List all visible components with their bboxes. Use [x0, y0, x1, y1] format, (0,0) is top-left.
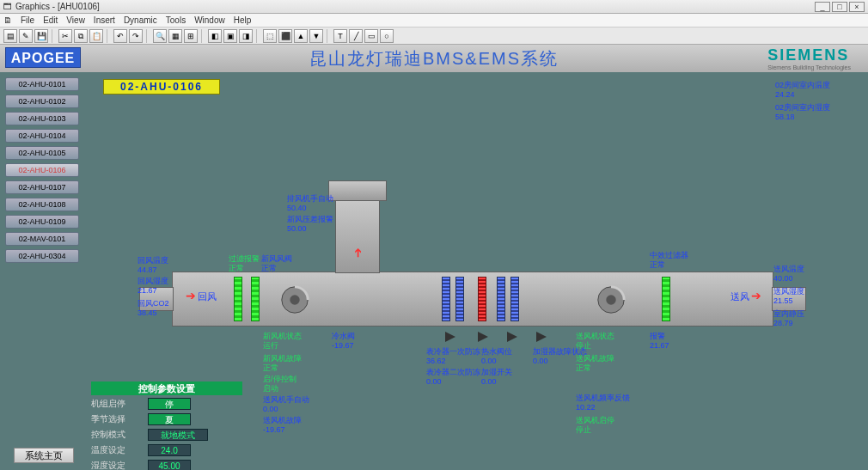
hum-valve-icon	[507, 332, 517, 342]
menu-tools[interactable]: Tools	[166, 15, 186, 25]
panel-val-startstop[interactable]: 停	[148, 398, 191, 410]
page-title: 昆山龙灯瑞迪BMS&EMS系统	[0, 47, 868, 70]
menu-dynamic[interactable]: Dynamic	[124, 15, 157, 25]
tb-undo[interactable]: ↶	[113, 29, 127, 43]
tb-save[interactable]: 💾	[34, 29, 48, 43]
tb-ungroup[interactable]: ⬛	[278, 29, 292, 43]
panel-val-mode[interactable]: 就地模式	[148, 429, 208, 441]
maximize-button[interactable]: □	[832, 2, 847, 12]
prefilter2-icon	[251, 277, 260, 321]
svg-point-1	[290, 295, 299, 304]
nav-ahu-0102[interactable]: 02-AHU-0102	[5, 95, 79, 108]
tb-open[interactable]: ✎	[19, 29, 33, 43]
svg-point-3	[606, 295, 615, 304]
hv-label: 热水阀位0.00	[481, 347, 512, 366]
sidebar-nav: 02-AHU-0101 02-AHU-0102 02-AHU-0103 02-A…	[5, 77, 79, 263]
supply-air-text: 送风	[730, 292, 749, 302]
nav-ahu-0104[interactable]: 02-AHU-0104	[5, 129, 79, 143]
menu-window[interactable]: Window	[194, 15, 225, 25]
workspace: APOGEE 昆山龙灯瑞迪BMS&EMS系统 SIEMENS Siemens B…	[0, 45, 868, 470]
panel-header: 控制参数设置	[91, 381, 242, 395]
apogee-logo: APOGEE	[5, 47, 81, 68]
tb-rect[interactable]: ▭	[364, 29, 378, 43]
nav-mav-0101[interactable]: 02-MAV-0101	[5, 232, 79, 246]
sa-hum: 送风湿度21.55	[773, 287, 804, 306]
hot-valve-icon	[478, 332, 488, 342]
tb-align-r[interactable]: ◨	[239, 29, 253, 43]
return-fan-icon	[278, 284, 311, 316]
tb-back[interactable]: ▼	[309, 29, 323, 43]
tb-paste[interactable]: 📋	[89, 29, 103, 43]
nav-ahu-0106[interactable]: 02-AHU-0106	[5, 163, 79, 177]
tb-copy[interactable]: ⧉	[74, 29, 88, 43]
hum-valve2-icon	[536, 332, 547, 342]
main-duct	[172, 272, 773, 327]
sa-temp: 送风温度40.00	[773, 265, 804, 284]
nav-ahu-0107[interactable]: 02-AHU-0107	[5, 180, 79, 194]
rf-cmd: 启/停控制启动	[263, 375, 296, 394]
panel-row-temp: 温度设定24.0	[91, 443, 242, 457]
tb-align-l[interactable]: ◧	[208, 29, 222, 43]
svg-marker-7	[536, 332, 547, 342]
menu-file[interactable]: File	[21, 15, 34, 25]
tb-grid[interactable]: ▦	[168, 29, 182, 43]
menu-edit[interactable]: Edit	[43, 15, 58, 25]
svg-marker-6	[507, 332, 517, 342]
rf-fault: 新风机故障正常	[263, 354, 302, 373]
siemens-logo: SIEMENS Siemens Building Technologies	[767, 46, 851, 70]
filter1-label: 过滤报警正常	[229, 254, 260, 273]
exh-p-label: 新风压差报警50.00	[287, 215, 333, 234]
control-panel: 控制参数设置 机组启停停 季节选择夏 控制模式就地模式 温度设定24.0 湿度设…	[91, 381, 242, 470]
tb-text[interactable]: T	[333, 29, 347, 43]
panel-row-hum: 湿度设定45.00	[91, 459, 242, 470]
exh-label: 排风机手自动50.40	[287, 194, 333, 213]
window-title: Graphics - [AHU0106]	[15, 2, 100, 11]
tb-cut[interactable]: ✂	[58, 29, 72, 43]
home-button[interactable]: 系统主页	[14, 448, 74, 463]
nav-ahu-0108[interactable]: 02-AHU-0108	[5, 198, 79, 211]
return-air-text: 回风	[198, 292, 217, 302]
schematic-canvas: 02-AHU-0106 02房间室内温度24.24 02房间室内湿度58.18 …	[86, 74, 865, 467]
minimize-button[interactable]: _	[815, 2, 830, 12]
tb-new[interactable]: ▤	[3, 29, 17, 43]
svg-marker-5	[478, 332, 488, 342]
panel-row-mode: 控制模式就地模式	[91, 428, 242, 442]
safilter-label: 报警21.67	[650, 332, 669, 351]
nav-ahu-0101[interactable]: 02-AHU-0101	[5, 77, 79, 91]
tb-group[interactable]: ⬚	[263, 29, 277, 43]
nav-ahu-0109[interactable]: 02-AHU-0109	[5, 215, 79, 229]
supply-arrow-icon: ➔	[751, 289, 761, 302]
tb-front[interactable]: ▲	[294, 29, 308, 43]
exhaust-stack	[335, 199, 380, 273]
sf-freq: 送风机频率反馈10.22	[576, 394, 630, 412]
menu-help[interactable]: Help	[234, 15, 252, 25]
unit-tag: 02-AHU-0106	[103, 79, 220, 95]
menu-view[interactable]: View	[66, 15, 85, 25]
nav-ahu-0304[interactable]: 02-AHU-0304	[5, 249, 79, 263]
supply-fan-icon	[595, 284, 627, 316]
menu-bar: 🗎 File Edit View Insert Dynamic Tools Wi…	[0, 14, 868, 27]
tb-circ[interactable]: ○	[380, 29, 394, 43]
panel-val-temp[interactable]: 24.0	[148, 444, 191, 456]
panel-val-season[interactable]: 夏	[148, 413, 191, 425]
medfilter-label: 中效过滤器正常	[650, 251, 688, 270]
toolbar: ▤ ✎ 💾 ✂ ⧉ 📋 ↶ ↷ 🔍 ▦ ⊞ ◧ ▣ ◨ ⬚ ⬛ ▲ ▼ T ╱ …	[0, 27, 868, 45]
tb-line[interactable]: ╱	[349, 29, 363, 43]
window-titlebar: 🗔 Graphics - [AHU0106] _ □ ×	[0, 0, 868, 14]
nav-ahu-0103[interactable]: 02-AHU-0103	[5, 112, 79, 125]
sf-state: 送风机状态停止	[576, 332, 614, 351]
close-button[interactable]: ×	[849, 2, 865, 12]
tb-zoom[interactable]: 🔍	[153, 29, 167, 43]
panel-val-hum[interactable]: 45.00	[148, 460, 191, 470]
menu-insert[interactable]: Insert	[94, 15, 115, 25]
ra-hum: 回风湿度21.67	[138, 277, 168, 296]
tb-snap[interactable]: ⊞	[184, 29, 198, 43]
ra-temp: 回风温度44.87	[138, 256, 168, 275]
tb-redo[interactable]: ↷	[129, 29, 143, 43]
nav-ahu-0105[interactable]: 02-AHU-0105	[5, 146, 79, 160]
app-small-icon: 🗎	[3, 15, 12, 25]
svg-marker-4	[445, 332, 455, 342]
prefilter-label: 表冷器一次防冻36.62	[426, 347, 480, 366]
tb-align-c[interactable]: ▣	[223, 29, 237, 43]
final-filter-icon	[662, 277, 670, 321]
